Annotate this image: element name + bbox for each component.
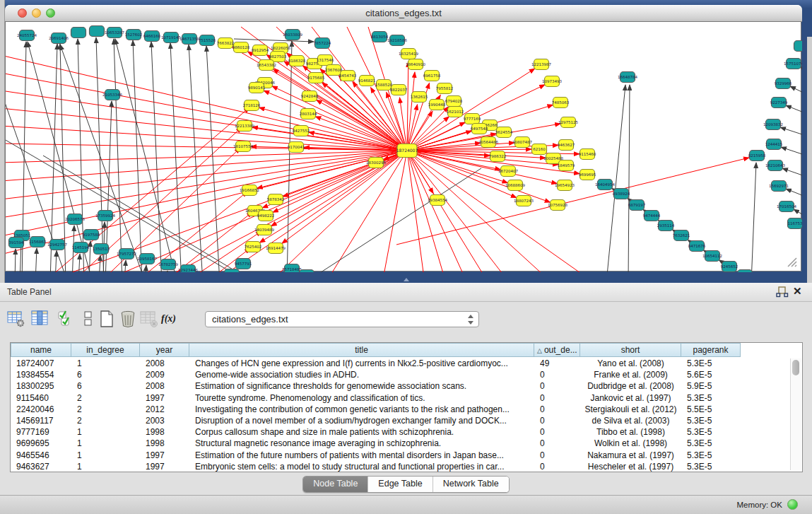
- graph-node[interactable]: 17957272: [117, 249, 136, 259]
- graph-node[interactable]: 10973493: [542, 76, 562, 87]
- graph-node[interactable]: 9242848: [301, 91, 319, 102]
- column-header-title[interactable]: title: [189, 343, 534, 357]
- function-icon[interactable]: f(x): [161, 310, 182, 328]
- graph-node[interactable]: [738, 270, 753, 273]
- graph-node[interactable]: 14671358: [180, 34, 199, 45]
- graph-node[interactable]: 20206576: [65, 214, 85, 225]
- graph-node[interactable]: 20564486: [478, 137, 498, 148]
- graph-node[interactable]: 7515526: [199, 35, 216, 46]
- graph-node[interactable]: 391594: [9, 238, 24, 248]
- column-header-name[interactable]: name: [11, 343, 71, 357]
- graph-node[interactable]: 9860128: [233, 42, 250, 53]
- tab-network-table[interactable]: Network Table: [433, 477, 509, 492]
- graph-node[interactable]: 10807487: [512, 137, 532, 148]
- table-row[interactable]: 946554611997Estimation of the future num…: [11, 450, 788, 461]
- graph-node[interactable]: 15692971: [769, 181, 789, 192]
- table-row[interactable]: 969969511998Structural magnetic resonanc…: [11, 438, 788, 449]
- graph-node[interactable]: 16210643: [765, 160, 785, 171]
- graph-node[interactable]: 12942757: [47, 240, 67, 250]
- graph-node[interactable]: 9777169: [464, 114, 481, 124]
- network-canvas[interactable]: 2405572420691406106532871527602646616010…: [5, 21, 801, 271]
- graph-node[interactable]: 12093832: [763, 119, 783, 130]
- graph-node[interactable]: 9245652: [721, 262, 739, 272]
- graph-node[interactable]: 7955812: [436, 83, 454, 94]
- graph-node[interactable]: 6879197: [628, 200, 646, 211]
- graph-node[interactable]: 9115460: [579, 149, 596, 160]
- network-window-titlebar[interactable]: citations_edges.txt: [5, 5, 802, 22]
- table-row[interactable]: 911546021997Tourette syndrome. Phenomeno…: [11, 392, 788, 404]
- select-all-icon[interactable]: [57, 310, 75, 328]
- graph-node[interactable]: 17016504: [777, 201, 796, 212]
- tab-node-table[interactable]: Node Table: [303, 477, 368, 492]
- graph-node[interactable]: 1244415: [765, 139, 783, 150]
- graph-node[interactable]: 16720407: [498, 166, 518, 177]
- graph-node[interactable]: 1350513: [93, 244, 110, 255]
- graph-node[interactable]: 9227349: [770, 98, 788, 108]
- table-row[interactable]: 1938455462009Genome-wide association stu…: [11, 369, 788, 380]
- close-panel-icon[interactable]: ✕: [793, 285, 804, 298]
- delete-rows-icon[interactable]: [119, 310, 137, 328]
- graph-node[interactable]: 6497548: [471, 124, 488, 134]
- graph-node[interactable]: 7485063: [552, 98, 570, 108]
- graph-node[interactable]: 7986322: [489, 151, 507, 162]
- graph-node[interactable]: 20691406: [49, 33, 69, 44]
- graph-node[interactable]: 12213389: [235, 121, 254, 132]
- tab-edge-table[interactable]: Edge Table: [368, 477, 433, 492]
- table-select-combobox[interactable]: citations_edges.txt: [205, 311, 479, 327]
- graph-node[interactable]: 16648784: [618, 72, 637, 83]
- table-row[interactable]: 1872400712008Changes of HCN gene express…: [11, 358, 788, 369]
- graph-node[interactable]: 9699695: [579, 170, 596, 180]
- graph-node[interactable]: 21053346: [102, 90, 122, 100]
- graph-node[interactable]: 10653287: [105, 28, 124, 38]
- graph-node[interactable]: 1621012: [447, 107, 464, 117]
- graph-node[interactable]: 116753: [788, 218, 803, 229]
- graph-node[interactable]: 9890141: [248, 83, 266, 93]
- graph-node[interactable]: 9463627: [558, 140, 575, 151]
- graph-node[interactable]: 8813054: [371, 32, 389, 42]
- graph-node[interactable]: 2718126: [243, 100, 261, 111]
- graph-node[interactable]: 18107554: [233, 141, 253, 152]
- graph-node[interactable]: [794, 41, 803, 52]
- graph-node[interactable]: 19218586: [387, 35, 407, 46]
- graph-node[interactable]: 10654112: [702, 251, 722, 262]
- graph-node[interactable]: 9146821: [358, 76, 376, 86]
- table-row[interactable]: 977716911998Corpus callosum shape and si…: [11, 426, 788, 438]
- graph-node[interactable]: 6961758: [423, 71, 441, 81]
- graph-node[interactable]: 2803144: [300, 109, 317, 119]
- graph-node[interactable]: 9175685: [307, 73, 325, 83]
- column-header-out_de[interactable]: △out_de...: [534, 343, 580, 357]
- graph-node[interactable]: 1362615: [411, 92, 428, 103]
- table-mode-icon[interactable]: [7, 310, 25, 328]
- graph-node[interactable]: 16404954: [595, 180, 615, 190]
- graph-node[interactable]: 6794028: [445, 96, 463, 107]
- graph-node[interactable]: 12213987: [531, 59, 551, 70]
- graph-node[interactable]: 2935114: [657, 221, 675, 231]
- table-scrollbar[interactable]: [790, 358, 801, 470]
- graph-node[interactable]: 18300295: [366, 158, 386, 168]
- graph-node[interactable]: 8938924: [613, 189, 630, 199]
- new-table-icon[interactable]: [98, 310, 116, 328]
- graph-node[interactable]: 10756928: [548, 200, 567, 211]
- graph-node[interactable]: 1990448: [428, 100, 446, 110]
- graph-node[interactable]: 7632621: [673, 230, 690, 241]
- graph-node[interactable]: [225, 269, 240, 273]
- column-header-short[interactable]: short: [580, 343, 681, 357]
- graph-node[interactable]: 1849579: [558, 160, 575, 171]
- network-graph[interactable]: 2405572420691406106532871527602646616010…: [6, 22, 802, 272]
- graph-node[interactable]: 7857224: [314, 38, 331, 49]
- graph-node[interactable]: 10719145: [161, 33, 181, 43]
- graph-node[interactable]: 8912954: [252, 45, 269, 56]
- graph-node[interactable]: 62160: [532, 144, 547, 155]
- graph-node[interactable]: [300, 270, 314, 273]
- graph-node[interactable]: 9329966: [775, 78, 792, 89]
- column-header-pagerank[interactable]: pagerank: [681, 343, 741, 357]
- graph-node[interactable]: 7663822: [217, 38, 235, 49]
- graph-node[interactable]: 1527602: [125, 30, 143, 40]
- graph-node[interactable]: 19384554: [428, 195, 447, 206]
- graph-node[interactable]: 19166852: [240, 185, 259, 196]
- row-height-icon[interactable]: [79, 310, 98, 328]
- graph-node[interactable]: 1156863: [29, 237, 47, 247]
- graph-node[interactable]: 16543382: [257, 60, 276, 71]
- graph-node[interactable]: [90, 26, 105, 37]
- graph-node[interactable]: 8427552: [293, 126, 310, 136]
